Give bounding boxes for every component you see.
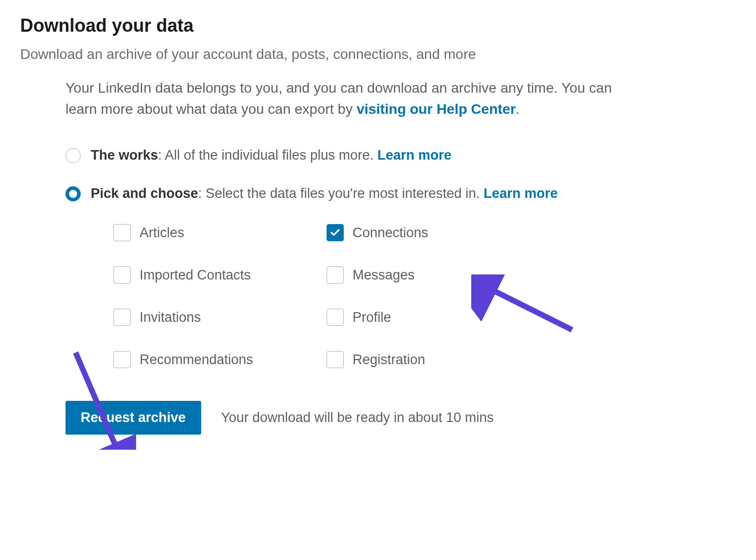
checkbox-item-messages[interactable]: Messages	[327, 266, 520, 284]
help-center-link[interactable]: visiting our Help Center	[356, 101, 516, 117]
checkbox-item-imported-contacts[interactable]: Imported Contacts	[113, 266, 306, 284]
checkbox-item-registration[interactable]: Registration	[327, 351, 520, 368]
info-paragraph: Your LinkedIn data belongs to you, and y…	[66, 78, 615, 120]
radio-option-pick[interactable]: Pick and choose: Select the data files y…	[66, 186, 615, 201]
checkbox-label: Connections	[353, 225, 428, 241]
radio-label-works: The works: All of the individual files p…	[91, 148, 452, 163]
checkbox-icon-checked	[327, 224, 344, 241]
radio-works-bold: The works	[91, 148, 158, 163]
radio-pick-bold: Pick and choose	[91, 186, 198, 201]
page-title: Download your data	[20, 15, 736, 36]
learn-more-works-link[interactable]: Learn more	[377, 148, 452, 163]
info-text-prefix: Your LinkedIn data belongs to you, and y…	[66, 80, 612, 117]
radio-works-desc: : All of the individual files plus more.	[158, 148, 377, 163]
checkbox-item-articles[interactable]: Articles	[113, 224, 306, 241]
radio-option-works[interactable]: The works: All of the individual files p…	[66, 148, 615, 163]
download-data-panel: Download your data Download an archive o…	[20, 15, 736, 435]
checkbox-icon	[327, 309, 344, 326]
check-icon	[330, 227, 341, 238]
checkbox-icon	[327, 351, 344, 368]
checkbox-icon	[113, 309, 131, 326]
checkbox-grid: Articles Connections Imported Contacts M	[66, 224, 519, 368]
checkbox-item-recommendations[interactable]: Recommendations	[113, 351, 306, 368]
content-block: Your LinkedIn data belongs to you, and y…	[20, 78, 615, 435]
request-archive-button[interactable]: Request archive	[66, 401, 201, 435]
checkbox-label: Invitations	[140, 310, 201, 325]
page-subtitle: Download an archive of your account data…	[20, 46, 736, 62]
checkbox-icon	[113, 351, 131, 368]
radio-label-pick: Pick and choose: Select the data files y…	[91, 186, 558, 201]
checkbox-label: Recommendations	[140, 352, 253, 368]
checkbox-label: Registration	[353, 352, 425, 368]
checkbox-label: Articles	[140, 225, 184, 241]
checkbox-label: Imported Contacts	[140, 267, 251, 283]
checkbox-icon	[113, 224, 131, 241]
checkbox-icon	[113, 266, 131, 284]
learn-more-pick-link[interactable]: Learn more	[484, 186, 558, 201]
checkbox-label: Messages	[353, 267, 415, 283]
checkbox-item-profile[interactable]: Profile	[327, 309, 520, 326]
download-status-text: Your download will be ready in about 10 …	[221, 410, 494, 426]
radio-icon-selected	[66, 186, 81, 201]
checkbox-item-invitations[interactable]: Invitations	[113, 309, 306, 326]
action-row: Request archive Your download will be re…	[66, 401, 615, 435]
radio-icon	[66, 148, 81, 163]
radio-pick-desc: : Select the data files you're most inte…	[198, 186, 483, 201]
checkbox-label: Profile	[353, 310, 392, 325]
checkbox-item-connections[interactable]: Connections	[327, 224, 520, 241]
checkbox-icon	[327, 266, 344, 284]
info-text-suffix: .	[516, 101, 520, 117]
